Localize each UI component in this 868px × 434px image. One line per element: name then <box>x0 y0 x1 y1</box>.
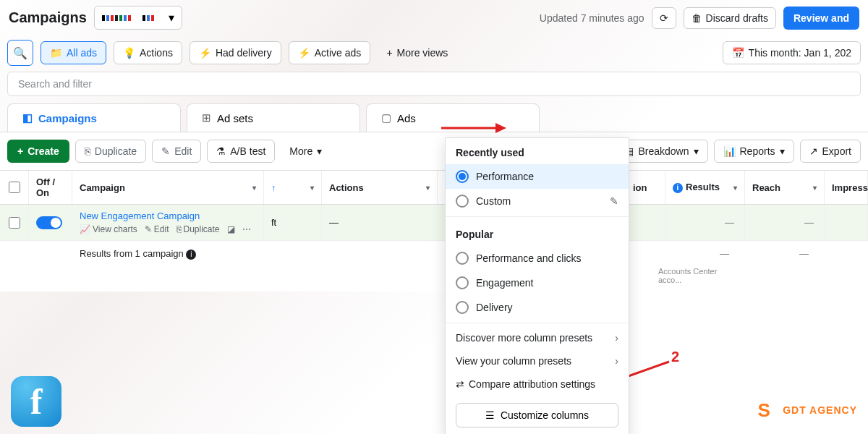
preset-custom[interactable]: Custom ✎ <box>446 189 629 213</box>
row-checkbox[interactable] <box>9 217 20 229</box>
reports-button[interactable]: 📊 Reports ▾ <box>714 140 794 163</box>
more-views-button[interactable]: + More views <box>378 42 456 64</box>
pencil-icon: ✎ <box>145 224 152 234</box>
delivery-label: Delivery <box>476 302 513 313</box>
row-toggle[interactable] <box>36 216 62 229</box>
row-pin[interactable]: ◪ <box>227 224 235 234</box>
date-range-selector[interactable]: 📅 This month: Jan 1, 202 <box>723 41 861 64</box>
edit-label: Edit <box>174 145 192 157</box>
th-impressions[interactable]: Impress <box>825 171 868 204</box>
account-color-dots-2 <box>142 15 154 21</box>
preset-performance-clicks[interactable]: Performance and clicks <box>446 246 629 271</box>
gdt-mark-icon: S <box>751 397 777 423</box>
customize-label: Customize columns <box>501 409 589 421</box>
create-label: Create <box>27 145 59 157</box>
reports-icon: 📊 <box>723 145 736 157</box>
filter-active-ads[interactable]: ⚡ Active ads <box>289 41 371 64</box>
discover-presets-link[interactable]: Discover more column presets › <box>446 326 629 349</box>
calendar-icon: 📅 <box>732 47 744 59</box>
summary-reach-dash: — <box>738 248 817 260</box>
discard-drafts-button[interactable]: 🗑 Discard drafts <box>684 7 776 29</box>
section-recently-used: Recently used <box>446 138 629 164</box>
all-ads-label: All ads <box>67 47 97 59</box>
summary-results-dash: — <box>658 248 738 260</box>
th-results[interactable]: iResults▾ <box>665 171 745 204</box>
filter-had-delivery[interactable]: ⚡ Had delivery <box>190 41 281 64</box>
radio-off-icon <box>456 195 469 208</box>
account-color-dots <box>102 15 131 21</box>
ads-icon: ▢ <box>381 111 391 124</box>
search-toggle[interactable]: 🔍 <box>7 40 33 66</box>
compare-attribution-link[interactable]: ⇄ Compare attribution settings <box>446 373 629 396</box>
th-delivery[interactable]: ↑▾ <box>264 171 322 204</box>
th-campaign[interactable]: Campaign▾ <box>72 171 264 204</box>
refresh-button[interactable]: ⟳ <box>652 7 676 29</box>
view-presets-link[interactable]: View your column presets › <box>446 349 629 373</box>
table-row[interactable]: New Engagement Campaign 📈View charts ✎Ed… <box>0 205 868 241</box>
tab-adsets-label: Ad sets <box>217 112 253 124</box>
tab-campaigns[interactable]: ◧ Campaigns <box>7 103 181 132</box>
chevron-down-icon: ▾ <box>317 145 322 157</box>
customize-columns-button[interactable]: ☰ Customize columns <box>456 403 618 427</box>
more-views-label: More views <box>397 47 448 59</box>
copy-icon: ⎘ <box>176 224 182 234</box>
preset-performance[interactable]: Performance <box>446 164 629 189</box>
view-presets-label: View your column presets <box>456 355 571 367</box>
search-filter-input[interactable]: Search and filter <box>7 72 861 96</box>
plus-icon: + <box>386 47 392 59</box>
th-off-on[interactable]: Off / On <box>29 171 72 204</box>
select-all-checkbox[interactable] <box>9 182 20 193</box>
refresh-icon: ⟳ <box>660 12 668 24</box>
lightbulb-icon: 💡 <box>123 47 135 59</box>
had-delivery-label: Had delivery <box>216 47 272 59</box>
perf-clicks-label: Performance and clicks <box>476 252 582 264</box>
updated-timestamp: Updated 7 minutes ago <box>540 12 644 24</box>
th-reach[interactable]: Reach▾ <box>745 171 825 204</box>
tab-ads-label: Ads <box>397 112 416 124</box>
info-icon[interactable]: i <box>186 250 196 260</box>
filter-all-ads[interactable]: 📁 All ads <box>41 41 106 64</box>
copy-icon: ⎘ <box>85 145 90 157</box>
radio-off-icon <box>456 301 469 314</box>
row-more-menu[interactable]: ⋯ <box>242 224 251 234</box>
account-selector[interactable]: ▾ <box>94 6 182 30</box>
reports-label: Reports <box>740 145 775 157</box>
more-label: More <box>289 145 312 157</box>
create-button[interactable]: + Create <box>7 140 69 163</box>
discard-label: Discard drafts <box>706 12 768 24</box>
duplicate-button[interactable]: ⎘ Duplicate <box>75 140 146 163</box>
plus-icon: + <box>17 145 23 157</box>
th-actions[interactable]: Actions▾ <box>322 171 438 204</box>
compare-icon: ⇄ <box>456 378 464 390</box>
radio-on-icon <box>456 170 469 183</box>
active-ads-label: Active ads <box>315 47 362 59</box>
preset-engagement[interactable]: Engagement <box>446 271 629 295</box>
page-title: Campaigns <box>9 9 87 26</box>
tab-campaigns-label: Campaigns <box>38 112 97 124</box>
adsets-icon: ⊞ <box>202 111 211 124</box>
more-button[interactable]: More ▾ <box>281 140 331 162</box>
breakdown-label: Breakdown <box>638 145 689 157</box>
columns-dropdown: Recently used Performance Custom ✎ Popul… <box>445 137 629 434</box>
row-edit-link[interactable]: ✎Edit <box>145 224 169 234</box>
filter-actions[interactable]: 💡 Actions <box>114 41 182 64</box>
duplicate-label: Duplicate <box>95 145 137 157</box>
cell-results: — <box>665 205 745 240</box>
delivery-icon: ⚡ <box>199 47 211 59</box>
settings-icon: ☰ <box>485 409 495 421</box>
tab-ads[interactable]: ▢ Ads <box>366 103 540 132</box>
summary-text: Results from 1 campaign <box>80 248 184 259</box>
pencil-icon[interactable]: ✎ <box>610 195 618 207</box>
export-button[interactable]: ↗ Export <box>800 140 861 163</box>
preset-delivery[interactable]: Delivery <box>446 295 629 320</box>
facebook-logo: f <box>11 376 61 427</box>
preset-custom-label: Custom <box>476 195 511 207</box>
ab-test-button[interactable]: ⚗ A/B test <box>207 140 275 163</box>
review-publish-button[interactable]: Review and <box>783 7 859 30</box>
th-attribution[interactable]: ion <box>626 171 665 204</box>
tab-ad-sets[interactable]: ⊞ Ad sets <box>187 103 360 132</box>
campaign-name-link[interactable]: New Engagement Campaign <box>80 210 200 221</box>
edit-button[interactable]: ✎ Edit <box>152 140 201 163</box>
view-charts-link[interactable]: 📈View charts <box>80 224 137 234</box>
row-duplicate-link[interactable]: ⎘Duplicate <box>176 224 220 234</box>
